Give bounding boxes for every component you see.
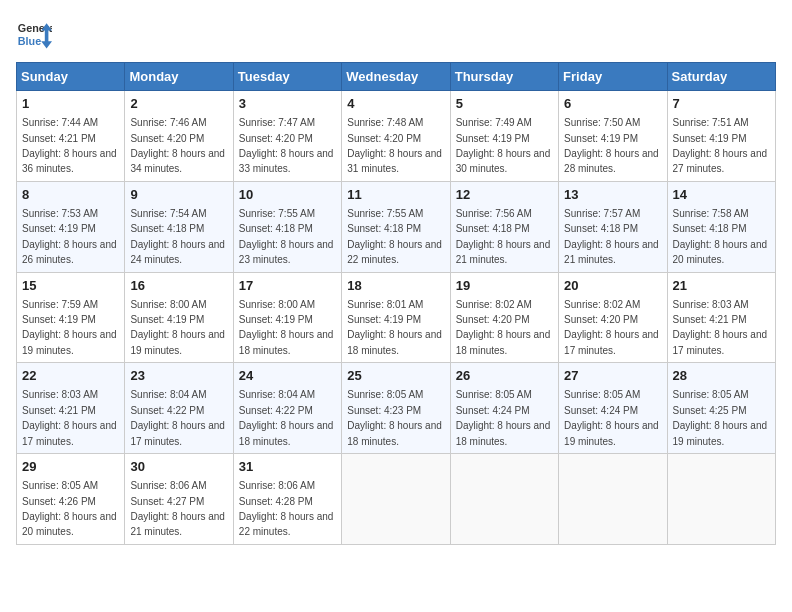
day-number: 28: [673, 367, 770, 385]
day-number: 15: [22, 277, 119, 295]
day-number: 2: [130, 95, 227, 113]
calendar-cell: [667, 454, 775, 545]
calendar-cell: 10Sunrise: 7:55 AMSunset: 4:18 PMDayligh…: [233, 181, 341, 272]
weekday-header-wednesday: Wednesday: [342, 63, 450, 91]
calendar-cell: [342, 454, 450, 545]
day-info: Sunrise: 8:02 AMSunset: 4:20 PMDaylight:…: [564, 299, 659, 356]
day-number: 6: [564, 95, 661, 113]
day-info: Sunrise: 8:04 AMSunset: 4:22 PMDaylight:…: [130, 389, 225, 446]
day-info: Sunrise: 8:00 AMSunset: 4:19 PMDaylight:…: [239, 299, 334, 356]
day-number: 27: [564, 367, 661, 385]
calendar-cell: 24Sunrise: 8:04 AMSunset: 4:22 PMDayligh…: [233, 363, 341, 454]
calendar-cell: [559, 454, 667, 545]
day-info: Sunrise: 7:50 AMSunset: 4:19 PMDaylight:…: [564, 117, 659, 174]
calendar-cell: 17Sunrise: 8:00 AMSunset: 4:19 PMDayligh…: [233, 272, 341, 363]
day-info: Sunrise: 7:57 AMSunset: 4:18 PMDaylight:…: [564, 208, 659, 265]
day-info: Sunrise: 7:47 AMSunset: 4:20 PMDaylight:…: [239, 117, 334, 174]
day-number: 22: [22, 367, 119, 385]
day-info: Sunrise: 7:59 AMSunset: 4:19 PMDaylight:…: [22, 299, 117, 356]
day-number: 7: [673, 95, 770, 113]
page-header: General Blue: [16, 16, 776, 52]
weekday-header-thursday: Thursday: [450, 63, 558, 91]
weekday-header-tuesday: Tuesday: [233, 63, 341, 91]
calendar-body: 1Sunrise: 7:44 AMSunset: 4:21 PMDaylight…: [17, 91, 776, 545]
day-number: 4: [347, 95, 444, 113]
day-info: Sunrise: 7:55 AMSunset: 4:18 PMDaylight:…: [239, 208, 334, 265]
calendar-cell: 25Sunrise: 8:05 AMSunset: 4:23 PMDayligh…: [342, 363, 450, 454]
calendar-cell: 13Sunrise: 7:57 AMSunset: 4:18 PMDayligh…: [559, 181, 667, 272]
calendar-cell: 5Sunrise: 7:49 AMSunset: 4:19 PMDaylight…: [450, 91, 558, 182]
logo: General Blue: [16, 16, 52, 52]
calendar-week-row: 8Sunrise: 7:53 AMSunset: 4:19 PMDaylight…: [17, 181, 776, 272]
calendar-cell: 3Sunrise: 7:47 AMSunset: 4:20 PMDaylight…: [233, 91, 341, 182]
day-number: 20: [564, 277, 661, 295]
day-number: 30: [130, 458, 227, 476]
calendar-cell: 29Sunrise: 8:05 AMSunset: 4:26 PMDayligh…: [17, 454, 125, 545]
calendar-table: SundayMondayTuesdayWednesdayThursdayFrid…: [16, 62, 776, 545]
calendar-cell: 27Sunrise: 8:05 AMSunset: 4:24 PMDayligh…: [559, 363, 667, 454]
calendar-week-row: 1Sunrise: 7:44 AMSunset: 4:21 PMDaylight…: [17, 91, 776, 182]
day-number: 14: [673, 186, 770, 204]
day-info: Sunrise: 7:56 AMSunset: 4:18 PMDaylight:…: [456, 208, 551, 265]
day-number: 18: [347, 277, 444, 295]
day-info: Sunrise: 8:05 AMSunset: 4:25 PMDaylight:…: [673, 389, 768, 446]
day-number: 25: [347, 367, 444, 385]
weekday-header-saturday: Saturday: [667, 63, 775, 91]
calendar-cell: 20Sunrise: 8:02 AMSunset: 4:20 PMDayligh…: [559, 272, 667, 363]
day-number: 16: [130, 277, 227, 295]
day-info: Sunrise: 7:53 AMSunset: 4:19 PMDaylight:…: [22, 208, 117, 265]
day-info: Sunrise: 7:48 AMSunset: 4:20 PMDaylight:…: [347, 117, 442, 174]
calendar-cell: 14Sunrise: 7:58 AMSunset: 4:18 PMDayligh…: [667, 181, 775, 272]
weekday-header-monday: Monday: [125, 63, 233, 91]
day-number: 8: [22, 186, 119, 204]
day-number: 1: [22, 95, 119, 113]
day-info: Sunrise: 8:00 AMSunset: 4:19 PMDaylight:…: [130, 299, 225, 356]
day-info: Sunrise: 7:51 AMSunset: 4:19 PMDaylight:…: [673, 117, 768, 174]
day-number: 12: [456, 186, 553, 204]
calendar-week-row: 15Sunrise: 7:59 AMSunset: 4:19 PMDayligh…: [17, 272, 776, 363]
calendar-cell: 30Sunrise: 8:06 AMSunset: 4:27 PMDayligh…: [125, 454, 233, 545]
day-info: Sunrise: 7:54 AMSunset: 4:18 PMDaylight:…: [130, 208, 225, 265]
day-number: 19: [456, 277, 553, 295]
weekday-header-row: SundayMondayTuesdayWednesdayThursdayFrid…: [17, 63, 776, 91]
calendar-cell: 2Sunrise: 7:46 AMSunset: 4:20 PMDaylight…: [125, 91, 233, 182]
calendar-cell: 23Sunrise: 8:04 AMSunset: 4:22 PMDayligh…: [125, 363, 233, 454]
day-info: Sunrise: 8:05 AMSunset: 4:23 PMDaylight:…: [347, 389, 442, 446]
day-number: 26: [456, 367, 553, 385]
calendar-cell: 1Sunrise: 7:44 AMSunset: 4:21 PMDaylight…: [17, 91, 125, 182]
weekday-header-sunday: Sunday: [17, 63, 125, 91]
calendar-cell: 22Sunrise: 8:03 AMSunset: 4:21 PMDayligh…: [17, 363, 125, 454]
day-number: 5: [456, 95, 553, 113]
calendar-cell: 9Sunrise: 7:54 AMSunset: 4:18 PMDaylight…: [125, 181, 233, 272]
calendar-cell: 8Sunrise: 7:53 AMSunset: 4:19 PMDaylight…: [17, 181, 125, 272]
calendar-cell: [450, 454, 558, 545]
weekday-header-friday: Friday: [559, 63, 667, 91]
day-info: Sunrise: 8:01 AMSunset: 4:19 PMDaylight:…: [347, 299, 442, 356]
calendar-cell: 19Sunrise: 8:02 AMSunset: 4:20 PMDayligh…: [450, 272, 558, 363]
calendar-cell: 31Sunrise: 8:06 AMSunset: 4:28 PMDayligh…: [233, 454, 341, 545]
day-number: 31: [239, 458, 336, 476]
day-info: Sunrise: 8:06 AMSunset: 4:27 PMDaylight:…: [130, 480, 225, 537]
calendar-cell: 16Sunrise: 8:00 AMSunset: 4:19 PMDayligh…: [125, 272, 233, 363]
calendar-cell: 15Sunrise: 7:59 AMSunset: 4:19 PMDayligh…: [17, 272, 125, 363]
day-info: Sunrise: 8:06 AMSunset: 4:28 PMDaylight:…: [239, 480, 334, 537]
day-number: 24: [239, 367, 336, 385]
svg-text:Blue: Blue: [18, 35, 41, 47]
calendar-week-row: 29Sunrise: 8:05 AMSunset: 4:26 PMDayligh…: [17, 454, 776, 545]
calendar-cell: 7Sunrise: 7:51 AMSunset: 4:19 PMDaylight…: [667, 91, 775, 182]
calendar-cell: 26Sunrise: 8:05 AMSunset: 4:24 PMDayligh…: [450, 363, 558, 454]
logo-icon: General Blue: [16, 16, 52, 52]
day-number: 29: [22, 458, 119, 476]
day-info: Sunrise: 7:49 AMSunset: 4:19 PMDaylight:…: [456, 117, 551, 174]
calendar-cell: 6Sunrise: 7:50 AMSunset: 4:19 PMDaylight…: [559, 91, 667, 182]
calendar-cell: 28Sunrise: 8:05 AMSunset: 4:25 PMDayligh…: [667, 363, 775, 454]
day-info: Sunrise: 7:55 AMSunset: 4:18 PMDaylight:…: [347, 208, 442, 265]
day-number: 17: [239, 277, 336, 295]
calendar-week-row: 22Sunrise: 8:03 AMSunset: 4:21 PMDayligh…: [17, 363, 776, 454]
day-info: Sunrise: 7:58 AMSunset: 4:18 PMDaylight:…: [673, 208, 768, 265]
day-info: Sunrise: 8:02 AMSunset: 4:20 PMDaylight:…: [456, 299, 551, 356]
day-number: 3: [239, 95, 336, 113]
day-number: 9: [130, 186, 227, 204]
calendar-header: SundayMondayTuesdayWednesdayThursdayFrid…: [17, 63, 776, 91]
day-info: Sunrise: 7:46 AMSunset: 4:20 PMDaylight:…: [130, 117, 225, 174]
